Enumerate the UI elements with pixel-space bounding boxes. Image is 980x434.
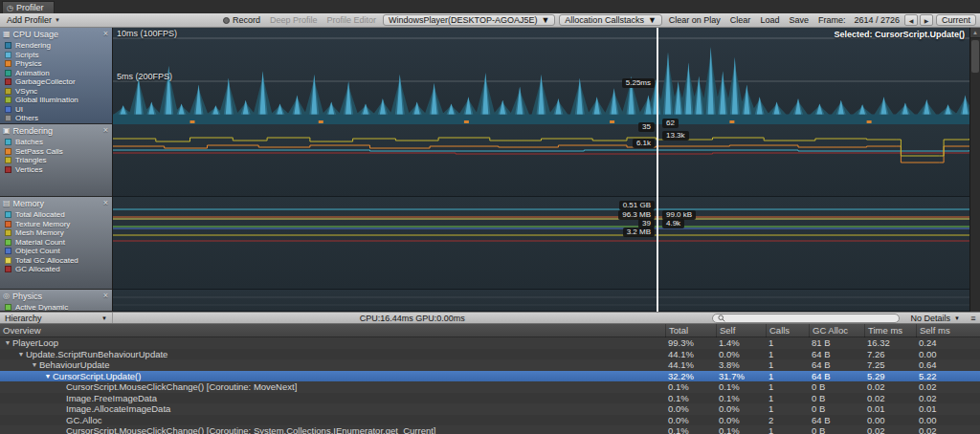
table-row[interactable]: GC.Alloc0.0%0.0%264 B0.000.00 (0, 415, 980, 426)
table-row[interactable]: ▼CursorScript.Update()32.2%31.7%164 B5.2… (0, 371, 980, 382)
legend-item-scripts[interactable]: Scripts (5, 51, 110, 60)
column-header-self[interactable]: Self (716, 324, 766, 337)
legend-item-others[interactable]: Others (5, 114, 110, 123)
charts-scrollbar[interactable]: ▲ (969, 28, 980, 312)
current-frame-button[interactable]: Current (936, 14, 976, 26)
panel-menu-icon[interactable]: ≡ (967, 314, 980, 323)
legend-label: Active Dynamic (15, 303, 68, 312)
physics-chart[interactable] (113, 290, 969, 312)
cell-time-ms: 16.32 (864, 337, 916, 349)
next-frame-button[interactable]: ▶ (920, 14, 933, 26)
column-header-total[interactable]: Total (665, 324, 716, 337)
table-row[interactable]: Image.FreeImageData0.1%0.1%10 B0.020.02 (0, 393, 980, 404)
table-row[interactable]: ▼Update.ScriptRunBehaviourUpdate44.1%0.0… (0, 349, 980, 360)
legend-item-setpass-calls[interactable]: SetPass Calls (5, 147, 110, 157)
legend-swatch (5, 60, 11, 67)
legend-item-mesh-memory[interactable]: Mesh Memory (5, 228, 110, 238)
legend-item-vsync[interactable]: VSync (5, 87, 110, 97)
selected-frame-line[interactable] (657, 28, 658, 312)
legend-item-global-illumination[interactable]: Global Illumination (5, 96, 110, 105)
legend-item-total-allocated[interactable]: Total Allocated (5, 210, 110, 220)
details-mode-dropdown[interactable]: No Details ▼ (904, 313, 967, 323)
module-title: Memory (13, 199, 45, 208)
view-mode-dropdown[interactable]: Hierarchy ▼ (0, 313, 113, 323)
legend-item-gc-allocated[interactable]: GC Allocated (5, 265, 110, 274)
table-row[interactable]: CursorScript.MouseClickChange() [Corouti… (0, 381, 980, 393)
hierarchy-header-row[interactable]: OverviewTotalSelfCallsGC AllocTime msSel… (0, 324, 980, 337)
deep-profile-button[interactable]: Deep Profile (265, 13, 323, 27)
clear-on-play-button[interactable]: Clear on Play (664, 13, 725, 27)
cell-total: 44.1% (665, 359, 716, 371)
legend-item-triangles[interactable]: Triangles (5, 156, 110, 165)
module-physics[interactable]: ◎Physics×Active Dynamic (0, 290, 112, 312)
cell-time-ms: 0.02 (864, 381, 916, 393)
legend-item-active-dynamic[interactable]: Active Dynamic (5, 303, 110, 312)
table-row[interactable]: CursorScript.MouseClickChange() [Corouti… (0, 425, 980, 434)
scroll-up-icon[interactable]: ▲ (970, 28, 980, 38)
add-profiler-dropdown[interactable]: Add Profiler ▼ (2, 13, 65, 27)
legend-item-animation[interactable]: Animation (5, 69, 110, 78)
cell-time-ms: 0.00 (864, 415, 916, 426)
legend-item-total-gc-allocated[interactable]: Total GC Allocated (5, 256, 110, 266)
tab-profiler[interactable]: ◷ Profiler (2, 1, 55, 13)
legend-swatch (5, 266, 11, 272)
column-header-calls[interactable]: Calls (766, 324, 809, 337)
module-memory[interactable]: ▤Memory×Total AllocatedTexture MemoryMes… (0, 197, 112, 290)
legend-item-material-count[interactable]: Material Count (5, 238, 110, 248)
search-input[interactable] (728, 314, 894, 323)
legend-label: GarbageCollector (15, 77, 76, 86)
scrollbar-thumb[interactable] (971, 40, 979, 73)
target-player-dropdown[interactable]: WindowsPlayer(DESKTOP-AGOAJ5E) ▼ (383, 14, 555, 26)
column-header-self-ms[interactable]: Self ms (916, 324, 980, 337)
cell-self-ms: 0.00 (916, 349, 980, 360)
search-icon (718, 315, 725, 322)
cell-calls: 1 (766, 393, 809, 404)
module-cpu[interactable]: ▦CPU Usage×RenderingScriptsPhysicsAnimat… (0, 28, 112, 124)
legend-item-texture-memory[interactable]: Texture Memory (5, 220, 110, 229)
cell-self: 0.0% (716, 349, 766, 360)
expander-icon[interactable]: ▼ (30, 359, 39, 371)
table-row[interactable]: ▼PlayerLoop99.3%1.4%181 B16.320.24 (0, 337, 980, 349)
status-bar: Hierarchy ▼ CPU:16.44ms GPU:0.00ms No De… (0, 312, 980, 324)
column-header-overview[interactable]: Overview (0, 324, 665, 337)
expander-icon[interactable]: ▼ (16, 349, 26, 360)
memory-chart[interactable] (113, 197, 969, 290)
close-icon[interactable]: × (103, 199, 108, 207)
legend-item-batches[interactable]: Batches (5, 138, 110, 147)
allocation-callstacks-dropdown[interactable]: Allocation Callstacks ▼ (559, 14, 661, 26)
legend-item-garbagecollector[interactable]: GarbageCollector (5, 77, 110, 87)
module-title: CPU Usage (13, 30, 59, 39)
cpu-usage-chart[interactable] (113, 28, 969, 124)
table-row[interactable]: ▼BehaviourUpdate44.1%3.8%164 B7.250.64 (0, 359, 980, 371)
profile-editor-button[interactable]: Profile Editor (323, 13, 382, 27)
save-button[interactable]: Save (784, 13, 813, 27)
charts-area[interactable]: 10ms (100FPS) 5ms (200FPS) Selected: Cur… (113, 28, 980, 312)
column-header-time-ms[interactable]: Time ms (864, 324, 916, 337)
legend-item-object-count[interactable]: Object Count (5, 247, 110, 256)
deep-profile-label: Deep Profile (270, 15, 318, 25)
legend-item-ui[interactable]: UI (5, 105, 110, 115)
profiler-window: ◷ Profiler Add Profiler ▼ Record Deep Pr… (0, 0, 980, 434)
expander-icon[interactable]: ▼ (43, 371, 53, 382)
column-header-gc-alloc[interactable]: GC Alloc (809, 324, 864, 337)
rendering-chart[interactable] (113, 124, 969, 197)
rendering-chart-svg (113, 124, 969, 197)
legend-item-physics[interactable]: Physics (5, 59, 110, 69)
record-button[interactable]: Record (218, 13, 265, 27)
frame-label: Frame: (813, 13, 851, 27)
close-icon[interactable]: × (103, 30, 108, 38)
clear-button[interactable]: Clear (725, 13, 756, 27)
module-rendering[interactable]: ▣Rendering×BatchesSetPass CallsTriangles… (0, 124, 112, 197)
legend-item-rendering[interactable]: Rendering (5, 41, 110, 51)
close-icon[interactable]: × (103, 126, 108, 135)
load-button[interactable]: Load (755, 13, 784, 27)
expander-icon[interactable]: ▼ (3, 337, 12, 349)
search-box[interactable] (712, 314, 900, 323)
legend-swatch (5, 70, 11, 76)
close-icon[interactable]: × (103, 292, 108, 300)
legend-swatch (5, 42, 11, 49)
table-row[interactable]: Image.AllocateImageData0.0%0.0%10 B0.010… (0, 403, 980, 415)
legend-label: Triangles (15, 156, 47, 164)
legend-item-vertices[interactable]: Vertices (5, 165, 110, 175)
prev-frame-button[interactable]: ◀ (904, 14, 918, 26)
